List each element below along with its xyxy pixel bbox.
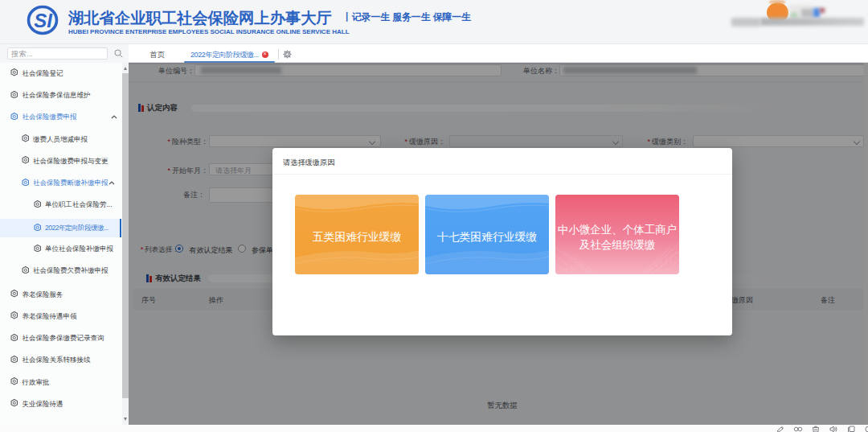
svg-text:SI: SI — [34, 10, 53, 31]
